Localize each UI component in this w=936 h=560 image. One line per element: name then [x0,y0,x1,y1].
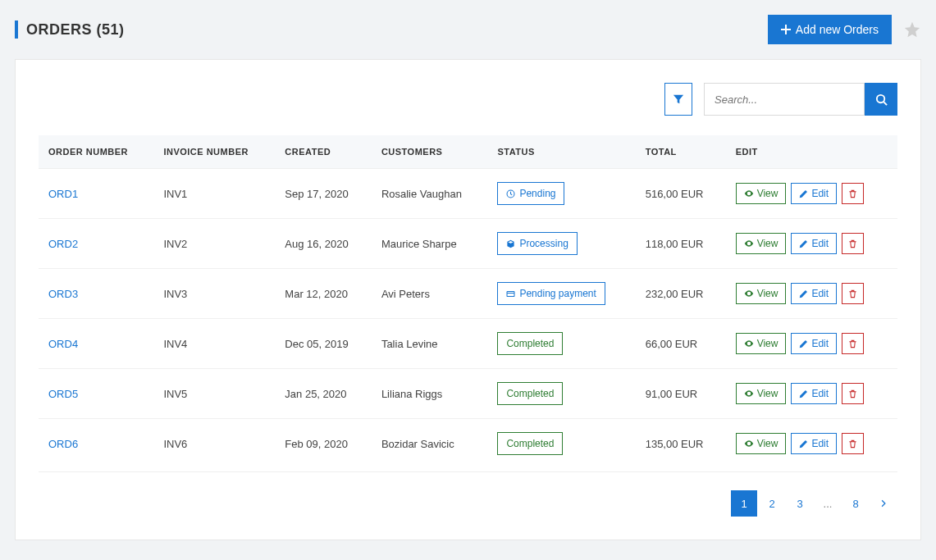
invoice-cell: INV5 [153,369,275,419]
view-label: View [757,388,778,399]
col-status[interactable]: STATUS [487,135,635,169]
customer-cell: Avi Peters [372,269,488,319]
pencil-icon [799,439,808,448]
view-button[interactable]: View [736,333,787,354]
pagination-ellipsis: ... [815,490,841,517]
edit-label: Edit [811,288,829,299]
search-icon [875,93,888,106]
order-link[interactable]: ORD3 [48,288,78,300]
edit-button[interactable]: Edit [791,233,837,254]
view-label: View [757,338,778,349]
view-button[interactable]: View [736,383,787,404]
col-invoice-number[interactable]: INVOICE NUMBER [153,135,275,169]
customer-cell: Bozidar Savicic [372,419,488,469]
status-badge: Pending payment [497,282,605,305]
filter-button[interactable] [664,83,692,116]
eye-icon [744,289,754,298]
svg-point-2 [876,94,883,102]
order-link[interactable]: ORD1 [48,188,78,200]
orders-table: ORDER NUMBER INVOICE NUMBER CREATED CUST… [39,135,897,468]
col-edit: EDIT [726,135,897,169]
table-row: ORD1INV1Sep 17, 2020Rosalie VaughanPendi… [39,169,897,219]
view-button[interactable]: View [736,183,787,204]
delete-button[interactable] [842,233,864,254]
customer-cell: Liliana Riggs [372,369,488,419]
pagination: 123...8 [730,490,897,517]
col-total[interactable]: TOTAL [636,135,726,169]
delete-button[interactable] [842,383,864,404]
view-label: View [757,288,778,299]
status-badge: Pending [497,182,564,205]
total-cell: 516,00 EUR [636,169,726,219]
page-8-button[interactable]: 8 [842,490,869,517]
col-created[interactable]: CREATED [275,135,372,169]
edit-button[interactable]: Edit [791,383,837,404]
order-link[interactable]: ORD6 [48,438,78,450]
favorite-star-icon[interactable] [903,20,921,39]
eye-icon [744,389,754,398]
edit-button[interactable]: Edit [791,183,837,204]
trash-icon [848,289,857,298]
delete-button[interactable] [842,433,864,454]
pagination-next-button[interactable] [870,490,897,517]
trash-icon [848,239,857,248]
svg-rect-1 [781,29,791,30]
status-badge: Completed [497,332,563,355]
trash-icon [848,189,857,198]
customer-cell: Maurice Sharpe [372,219,488,269]
edit-label: Edit [811,188,829,199]
pencil-icon [799,339,808,348]
invoice-cell: INV3 [153,269,275,319]
page-1-button[interactable]: 1 [731,490,757,517]
trash-icon [848,439,857,448]
eye-icon [744,339,754,348]
edit-label: Edit [811,388,829,399]
page-2-button[interactable]: 2 [759,490,785,517]
created-cell: Jan 25, 2020 [275,369,372,419]
status-label: Completed [506,438,554,449]
delete-button[interactable] [842,333,864,354]
customer-cell: Rosalie Vaughan [372,169,488,219]
trash-icon [848,389,857,398]
status-icon [506,289,515,298]
edit-button[interactable]: Edit [791,433,837,454]
view-label: View [757,238,778,249]
eye-icon [744,189,754,198]
total-cell: 66,00 EUR [636,319,726,369]
search-button[interactable] [865,83,897,116]
order-link[interactable]: ORD2 [48,238,78,250]
add-button-label: Add new Orders [796,23,879,36]
total-cell: 118,00 EUR [636,219,726,269]
plus-icon [781,25,791,34]
page-3-button[interactable]: 3 [787,490,813,517]
status-label: Pending payment [519,288,596,299]
delete-button[interactable] [842,183,864,204]
search-input[interactable] [704,83,865,116]
table-row: ORD6INV6Feb 09, 2020Bozidar SavicicCompl… [39,419,897,469]
view-button[interactable]: View [736,433,787,454]
pencil-icon [799,389,808,398]
created-cell: Mar 12, 2020 [275,269,372,319]
total-cell: 232,00 EUR [636,269,726,319]
svg-rect-5 [507,291,514,296]
total-cell: 135,00 EUR [636,419,726,469]
view-button[interactable]: View [736,233,787,254]
add-new-orders-button[interactable]: Add new Orders [768,15,892,44]
invoice-cell: INV1 [153,169,275,219]
delete-button[interactable] [842,283,864,304]
order-link[interactable]: ORD5 [48,388,78,400]
edit-button[interactable]: Edit [791,283,837,304]
order-link[interactable]: ORD4 [48,338,78,350]
col-order-number[interactable]: ORDER NUMBER [39,135,153,169]
edit-label: Edit [811,438,829,449]
eye-icon [744,239,754,248]
svg-line-3 [883,102,887,105]
pencil-icon [799,289,808,298]
view-button[interactable]: View [736,283,787,304]
edit-button[interactable]: Edit [791,333,837,354]
col-customers[interactable]: CUSTOMERS [372,135,488,169]
created-cell: Feb 09, 2020 [275,419,372,469]
status-badge: Processing [497,232,577,255]
view-label: View [757,188,778,199]
trash-icon [848,339,857,348]
